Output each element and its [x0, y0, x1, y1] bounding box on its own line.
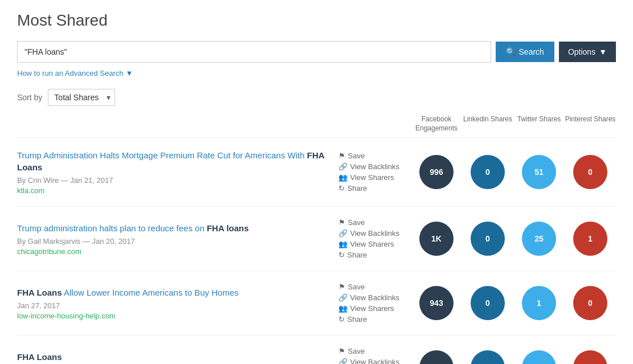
- linkedin-metric: 0: [471, 286, 505, 320]
- sharers-icon: 👥: [338, 240, 348, 248]
- save-icon: ⚑: [338, 347, 345, 355]
- options-button[interactable]: Options ▼: [559, 42, 616, 62]
- save-action[interactable]: ⚑ Save: [338, 283, 399, 291]
- linkedin-metric: 0: [471, 155, 505, 189]
- linkedin-metric: 0: [471, 222, 505, 256]
- result-meta: Jan 27, 2017: [17, 301, 327, 310]
- result-link[interactable]: Trump Administration Halts Mortgage Prem…: [17, 150, 324, 172]
- save-icon: ⚑: [338, 152, 345, 160]
- search-row: 🔍 Search Options ▼: [17, 41, 616, 63]
- result-title: FHA Loans: [17, 351, 327, 363]
- twitter-metric: 1: [522, 286, 556, 320]
- view-sharers-action[interactable]: 👥 View Sharers: [338, 240, 399, 248]
- result-actions: ⚑ Save 🔗 View Backlinks 👥 View Sharers ↻…: [338, 283, 399, 324]
- title-bold: FHA loans: [207, 223, 249, 233]
- search-icon: 🔍: [506, 47, 516, 56]
- result-item: FHA Loans Jan 10, 2017 easttexaslending.…: [17, 336, 616, 364]
- sort-wrapper: Total Shares: [48, 89, 115, 106]
- result-meta: By Gail Marksjarvis — Jan 20, 2017: [17, 237, 327, 246]
- col-twitter: Twitter Shares: [513, 115, 565, 133]
- view-sharers-action[interactable]: 👥 View Sharers: [338, 304, 399, 313]
- result-left: FHA Loans Jan 10, 2017 easttexaslending.…: [17, 351, 338, 364]
- pinterest-metric: 1: [573, 222, 607, 256]
- advanced-search-link[interactable]: How to run an Advanced Search ▼: [17, 69, 133, 77]
- result-item: Trump administration halts plan to reduc…: [17, 207, 616, 271]
- page-title: Most Shared: [17, 11, 616, 30]
- chevron-down-icon: ▼: [125, 69, 133, 77]
- result-meta: By Cnn Wire — Jan 21, 2017: [17, 176, 327, 185]
- result-metrics: 943 0 1 0: [411, 286, 616, 320]
- twitter-metric: 51: [522, 155, 556, 189]
- share-action[interactable]: ↻ Share: [338, 251, 399, 259]
- result-domain[interactable]: ktla.com: [17, 186, 327, 195]
- link-icon: 🔗: [338, 293, 348, 302]
- view-backlinks-action[interactable]: 🔗 View Backlinks: [338, 358, 399, 364]
- save-icon: ⚑: [338, 283, 345, 291]
- columns-header: Facebook Engagements Linkedin Shares Twi…: [17, 115, 616, 138]
- result-left: Trump administration halts plan to reduc…: [17, 222, 338, 256]
- results-list: Trump Administration Halts Mortgage Prem…: [17, 138, 616, 364]
- col-facebook: Facebook Engagements: [411, 115, 462, 133]
- result-title: Trump administration halts plan to reduc…: [17, 222, 327, 234]
- title-bold: FHA Loans: [17, 352, 62, 362]
- result-metrics: 996 0 51 0: [411, 155, 616, 189]
- save-action[interactable]: ⚑ Save: [338, 218, 399, 227]
- title-bold: FHA Loans: [17, 288, 62, 297]
- title-prefix: Trump Administration Halts Mortgage Prem…: [17, 150, 307, 160]
- sort-row: Sort by Total Shares: [17, 89, 616, 106]
- view-backlinks-action[interactable]: 🔗 View Backlinks: [338, 162, 399, 171]
- result-link[interactable]: Trump administration halts plan to reduc…: [17, 223, 249, 233]
- twitter-metric: 25: [522, 222, 556, 256]
- facebook-metric: 996: [419, 155, 454, 189]
- sharers-icon: 👥: [338, 173, 348, 182]
- result-left: Trump Administration Halts Mortgage Prem…: [17, 149, 338, 195]
- save-action[interactable]: ⚑ Save: [338, 347, 399, 355]
- share-icon: ↻: [338, 251, 345, 259]
- result-domain[interactable]: low-income-housing-help.com: [17, 312, 327, 320]
- result-link[interactable]: FHA Loans Allow Lower Income Americans t…: [17, 288, 239, 297]
- share-icon: ↻: [338, 184, 345, 193]
- view-sharers-action[interactable]: 👥 View Sharers: [338, 173, 399, 182]
- link-icon: 🔗: [338, 162, 348, 171]
- result-actions: ⚑ Save 🔗 View Backlinks 👥 View Sharers ↻…: [338, 152, 399, 193]
- sharers-icon: 👥: [338, 304, 348, 313]
- result-item: FHA Loans Allow Lower Income Americans t…: [17, 271, 616, 336]
- pinterest-metric: 0: [573, 155, 607, 189]
- result-title: Trump Administration Halts Mortgage Prem…: [17, 149, 327, 173]
- share-action[interactable]: ↻ Share: [338, 315, 399, 324]
- result-title: FHA Loans Allow Lower Income Americans t…: [17, 287, 327, 298]
- view-backlinks-action[interactable]: 🔗 View Backlinks: [338, 229, 399, 238]
- result-link[interactable]: FHA Loans: [17, 352, 62, 362]
- pinterest-metric: 0: [573, 350, 607, 364]
- result-actions: ⚑ Save 🔗 View Backlinks 👥 View Sharers ↻…: [338, 218, 399, 259]
- col-linkedin: Linkedin Shares: [462, 115, 513, 133]
- save-icon: ⚑: [338, 218, 345, 227]
- twitter-metric: 1: [522, 350, 556, 364]
- facebook-metric: 943: [419, 286, 454, 320]
- share-icon: ↻: [338, 315, 345, 324]
- sort-select[interactable]: Total Shares: [48, 89, 115, 106]
- search-input[interactable]: [17, 41, 491, 63]
- col-pinterest: Pinterest Shares: [565, 115, 616, 133]
- result-left: FHA Loans Allow Lower Income Americans t…: [17, 287, 338, 320]
- result-metrics: 1K 0 25 1: [411, 222, 616, 256]
- chevron-down-icon: ▼: [599, 47, 607, 56]
- share-action[interactable]: ↻ Share: [338, 184, 399, 193]
- title-prefix: Trump administration halts plan to reduc…: [17, 223, 207, 233]
- facebook-metric: 1K: [419, 222, 454, 256]
- title-suffix: Allow Lower Income Americans to Buy Home…: [64, 288, 239, 297]
- result-domain[interactable]: chicagotribune.com: [17, 247, 327, 256]
- link-icon: 🔗: [338, 229, 348, 238]
- search-button[interactable]: 🔍 Search: [496, 42, 554, 62]
- result-metrics: 373 1 1 0: [411, 350, 616, 364]
- facebook-metric: 373: [419, 350, 454, 364]
- sort-label: Sort by: [17, 93, 42, 102]
- pinterest-metric: 0: [573, 286, 607, 320]
- view-backlinks-action[interactable]: 🔗 View Backlinks: [338, 293, 399, 302]
- save-action[interactable]: ⚑ Save: [338, 152, 399, 160]
- linkedin-metric: 1: [471, 350, 505, 364]
- result-actions: ⚑ Save 🔗 View Backlinks 👥 View Sharers ↻…: [338, 347, 399, 364]
- result-item: Trump Administration Halts Mortgage Prem…: [17, 138, 616, 207]
- link-icon: 🔗: [338, 358, 348, 364]
